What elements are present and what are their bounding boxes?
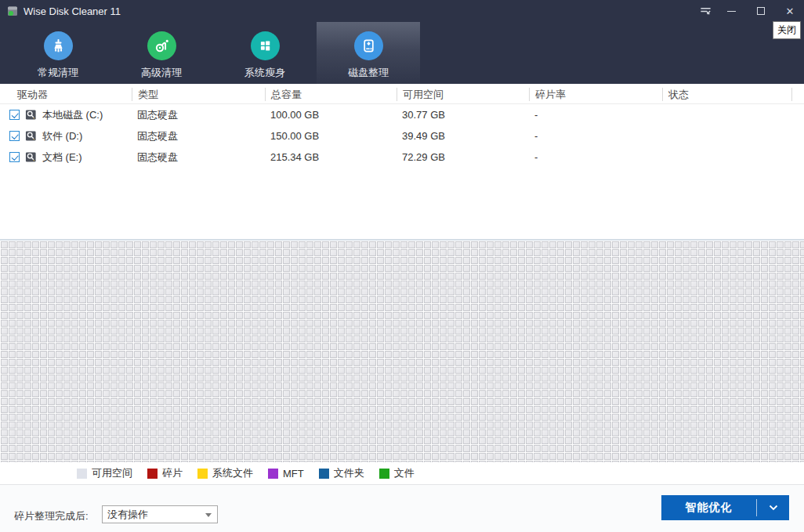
drive-checkbox[interactable]	[9, 110, 20, 120]
fragment-swatch	[147, 469, 158, 479]
after-defrag-label: 碎片整理完成后:	[14, 509, 89, 523]
column-header-free: 可用空间	[397, 88, 529, 101]
drive-name: 文档 (E:)	[42, 150, 82, 165]
drive-table: 驱动器 类型 总容量 可用空间 碎片率 状态 本地磁盘 (C:) 固态硬盘 10…	[0, 85, 804, 168]
mft-swatch	[268, 469, 278, 479]
chevron-down-icon	[769, 505, 778, 511]
drive-frag: -	[529, 151, 662, 163]
drive-table-header: 驱动器 类型 总容量 可用空间 碎片率 状态	[0, 85, 804, 104]
close-button[interactable]: ✕	[779, 1, 801, 21]
hdd-search-icon	[25, 130, 37, 142]
table-row-drive-c[interactable]: 本地磁盘 (C:) 固态硬盘 100.00 GB 30.77 GB -	[0, 104, 804, 125]
hdd-search-icon	[25, 151, 37, 163]
tab-label: 磁盘整理	[348, 66, 389, 80]
legend-item-folder: 文件夹	[319, 466, 364, 480]
header: Wise Disk Cleaner 11 ✕ 关闭	[0, 0, 804, 84]
column-header-status: 状态	[662, 88, 792, 101]
drive-name: 软件 (D:)	[42, 129, 82, 143]
column-header-frag: 碎片率	[529, 88, 662, 101]
legend-item-mft: MFT	[268, 468, 304, 480]
vacuum-icon	[147, 31, 176, 60]
tab-disk-defrag[interactable]: 磁盘整理	[317, 22, 420, 84]
footer-bar: 碎片整理完成后: 没有操作 智能优化	[0, 484, 804, 532]
wise-disk-cleaner-window: Wise Disk Cleaner 11 ✕ 关闭	[0, 0, 804, 532]
drive-name: 本地磁盘 (C:)	[42, 108, 103, 122]
block-legend: 可用空间 碎片 系统文件 MFT 文件夹 文件	[0, 462, 804, 484]
tab-advanced-clean[interactable]: 高级清理	[110, 22, 213, 84]
titlebar: Wise Disk Cleaner 11 ✕ 关闭	[0, 0, 804, 22]
smart-optimize-button[interactable]: 智能优化	[661, 501, 756, 515]
maximize-button[interactable]	[750, 1, 772, 21]
caret-down-icon	[205, 513, 212, 517]
column-header-drive: 驱动器	[0, 88, 132, 101]
tab-label: 高级清理	[141, 66, 182, 80]
smart-optimize-split-button: 智能优化	[661, 495, 789, 520]
drive-type: 固态硬盘	[132, 150, 265, 165]
hard-drive-icon	[354, 31, 383, 60]
column-header-spacer	[792, 88, 804, 101]
drive-total: 215.34 GB	[265, 151, 397, 163]
windows-logo-icon	[251, 31, 280, 60]
legend-item-file: 文件	[379, 466, 415, 480]
after-defrag-select[interactable]: 没有操作	[102, 505, 218, 523]
system-files-swatch	[197, 469, 208, 479]
minimize-icon	[727, 11, 736, 12]
minimize-button[interactable]	[720, 1, 742, 21]
legend-item-system-files: 系统文件	[197, 466, 253, 480]
close-tooltip: 关闭	[773, 21, 801, 39]
file-swatch	[379, 469, 389, 479]
drive-free: 39.49 GB	[397, 130, 529, 142]
legend-item-fragment: 碎片	[147, 466, 183, 480]
drive-frag: -	[529, 109, 662, 121]
folder-swatch	[319, 469, 329, 479]
app-logo-icon	[6, 5, 19, 17]
column-header-total: 总容量	[265, 88, 397, 101]
drive-checkbox[interactable]	[9, 152, 20, 162]
defrag-block-map	[0, 239, 804, 462]
table-row-drive-e[interactable]: 文档 (E:) 固态硬盘 215.34 GB 72.29 GB -	[0, 147, 804, 168]
broom-icon	[44, 31, 73, 60]
tab-label: 系统瘦身	[244, 66, 285, 80]
main-menu-button[interactable]	[694, 1, 716, 21]
table-row-drive-d[interactable]: 软件 (D:) 固态硬盘 150.00 GB 39.49 GB -	[0, 125, 804, 147]
drive-free: 30.77 GB	[397, 109, 529, 121]
select-value: 没有操作	[107, 508, 148, 522]
drive-free: 72.29 GB	[397, 151, 529, 163]
legend-item-free: 可用空间	[77, 466, 132, 480]
hdd-search-icon	[25, 109, 37, 121]
toolbar-tabs: 常规清理 高级清理	[6, 22, 420, 84]
drive-total: 100.00 GB	[265, 109, 397, 121]
tab-label: 常规清理	[38, 66, 78, 80]
drive-type: 固态硬盘	[132, 108, 265, 122]
close-icon: ✕	[786, 6, 795, 16]
drive-checkbox[interactable]	[9, 131, 20, 141]
menu-icon	[699, 5, 712, 18]
window-title: Wise Disk Cleaner 11	[24, 5, 121, 17]
drive-total: 150.00 GB	[265, 130, 397, 142]
maximize-icon	[757, 7, 765, 15]
drive-frag: -	[529, 130, 662, 142]
tab-regular-clean[interactable]: 常规清理	[6, 22, 110, 84]
drive-type: 固态硬盘	[132, 129, 265, 143]
smart-optimize-dropdown-button[interactable]	[757, 505, 789, 511]
tab-system-slim[interactable]: 系统瘦身	[213, 22, 317, 84]
column-header-type: 类型	[132, 88, 265, 101]
free-space-swatch	[77, 469, 87, 479]
